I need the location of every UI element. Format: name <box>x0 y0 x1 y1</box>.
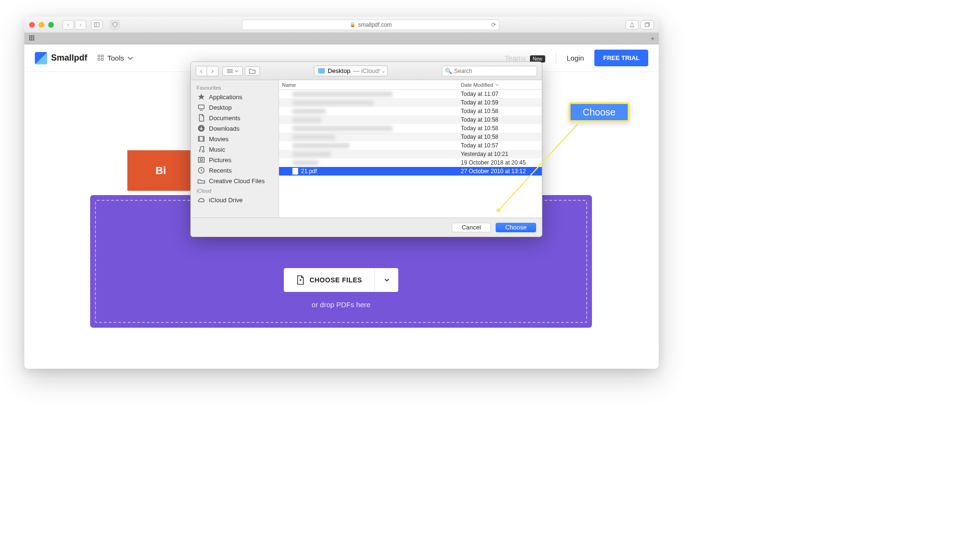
share-icon[interactable] <box>625 20 639 30</box>
sort-indicator-icon <box>495 83 499 87</box>
svg-rect-8 <box>198 105 204 109</box>
svg-rect-0 <box>94 22 100 27</box>
browser-nav: ‹ › <box>62 20 86 30</box>
dialog-footer: Cancel Choose <box>191 218 542 237</box>
file-row[interactable]: xxxx19 October 2018 at 20:45 <box>279 158 542 167</box>
sidebar-item-movies[interactable]: Movies <box>191 134 279 144</box>
sidebar-item-icloud-drive[interactable]: iCloud Drive <box>191 195 279 205</box>
folder-type-icon <box>197 93 205 101</box>
sidebar-item-applications[interactable]: Applications <box>191 92 279 102</box>
minimize-window-icon[interactable] <box>39 22 44 28</box>
folder-type-icon <box>197 156 205 164</box>
view-mode-button[interactable] <box>222 66 243 76</box>
folder-icon <box>318 68 325 73</box>
traffic-lights <box>29 22 54 28</box>
divider <box>556 53 556 63</box>
forward-button[interactable]: › <box>75 20 86 30</box>
location-selector[interactable]: Desktop — iCloud ⌃⌄ <box>314 65 388 76</box>
url-host: smallpdf.com <box>358 21 392 28</box>
tools-grid-icon <box>98 55 104 62</box>
file-row[interactable]: xxxxYesterday at 10:21 <box>279 150 542 158</box>
lightbulb-icon <box>160 368 177 369</box>
dialog-sidebar: Favourites ApplicationsDesktopDocumentsD… <box>191 80 279 218</box>
chevron-down-icon <box>127 55 134 62</box>
sidebar-item-recents[interactable]: Recents <box>191 165 279 176</box>
col-date[interactable]: Date Modified <box>461 80 542 89</box>
tab-bar: ＋ <box>24 33 659 44</box>
folder-type-icon <box>197 166 205 174</box>
file-row[interactable]: xxxxToday at 10:59 <box>279 98 542 107</box>
folder-type-icon <box>197 104 205 111</box>
file-row[interactable]: xxxxToday at 11:07 <box>279 90 542 98</box>
svg-point-15 <box>200 159 203 161</box>
favourites-heading: Favourites <box>191 83 279 92</box>
sidebar-item-music[interactable]: Music <box>191 144 279 155</box>
col-name[interactable]: Name <box>279 80 461 89</box>
award-icon <box>333 368 350 369</box>
list-view-icon <box>227 69 233 73</box>
feature-icons <box>24 368 659 369</box>
search-input[interactable] <box>454 68 534 74</box>
grouping-button[interactable] <box>245 66 260 76</box>
dialog-back-button[interactable]: ‹ <box>196 66 207 76</box>
lock-icon: 🔒 <box>350 22 355 27</box>
chevron-down-icon <box>384 277 390 283</box>
folder-icon <box>249 68 256 74</box>
chevron-updown-icon: ⌃⌄ <box>378 69 385 73</box>
sidebar-item-downloads[interactable]: Downloads <box>191 123 279 134</box>
file-row[interactable]: xxxxToday at 10:58 <box>279 133 542 141</box>
choose-button[interactable]: Choose <box>496 223 536 232</box>
folder-type-icon <box>197 177 205 185</box>
file-picker-dialog: ‹ › Desktop — iCloud ⌃⌄ 🔍 <box>190 62 542 237</box>
svg-rect-2 <box>645 23 649 27</box>
file-list: Name Date Modified xxxxToday at 11:07xxx… <box>279 80 542 218</box>
tools-menu[interactable]: Tools <box>98 54 134 62</box>
address-bar[interactable]: 🔒 smallpdf.com ⟳ <box>242 20 499 30</box>
folder-type-icon <box>197 114 205 122</box>
svg-rect-14 <box>198 157 204 162</box>
back-button[interactable]: ‹ <box>62 20 74 30</box>
choose-files-dropdown[interactable] <box>374 268 398 292</box>
logo-mark-icon <box>35 52 47 64</box>
file-row[interactable]: xxxxToday at 10:57 <box>279 141 542 150</box>
sidebar-item-pictures[interactable]: Pictures <box>191 155 279 165</box>
search-icon: 🔍 <box>445 68 452 74</box>
apps-grid-icon[interactable] <box>29 35 36 42</box>
file-list-header: Name Date Modified <box>279 80 542 90</box>
file-row[interactable]: xxxxToday at 10:58 <box>279 115 542 124</box>
cloud-icon <box>197 196 205 204</box>
sidebar-toggle-icon[interactable] <box>91 20 103 30</box>
callout-choose: Choose <box>569 102 630 122</box>
dialog-toolbar: ‹ › Desktop — iCloud ⌃⌄ 🔍 <box>191 62 542 80</box>
ad-block: Bi <box>127 150 194 191</box>
close-window-icon[interactable] <box>29 22 35 28</box>
maximize-window-icon[interactable] <box>48 22 54 28</box>
file-row[interactable]: xxxxToday at 10:58 <box>279 107 542 115</box>
teams-link[interactable]: Teamsams New <box>505 54 545 62</box>
folder-type-icon <box>197 135 205 143</box>
dialog-search[interactable]: 🔍 <box>442 66 537 76</box>
sidebar-item-creative-cloud-files[interactable]: Creative Cloud Files <box>191 176 279 186</box>
new-tab-button[interactable]: ＋ <box>649 34 656 43</box>
logo-text: Smallpdf <box>51 53 87 63</box>
titlebar: ‹ › 🔒 smallpdf.com ⟳ <box>24 17 659 33</box>
sidebar-item-desktop[interactable]: Desktop <box>191 102 279 113</box>
login-link[interactable]: Login <box>567 54 584 62</box>
icloud-heading: iCloud <box>191 186 279 195</box>
choose-files-button[interactable]: CHOOSE FILES <box>284 268 374 292</box>
free-trial-button[interactable]: FREE TRIAL <box>594 50 648 66</box>
file-row[interactable]: 21.pdf27 October 2010 at 13:12 <box>279 167 542 176</box>
file-row[interactable]: xxxxToday at 10:58 <box>279 124 542 133</box>
file-icon <box>292 168 298 175</box>
folder-type-icon <box>197 145 205 153</box>
browser-window: ‹ › 🔒 smallpdf.com ⟳ ＋ S <box>24 17 659 369</box>
dialog-forward-button[interactable]: › <box>207 66 218 76</box>
cancel-button[interactable]: Cancel <box>452 223 491 232</box>
tabs-icon[interactable] <box>641 20 654 30</box>
logo[interactable]: Smallpdf <box>35 52 87 64</box>
file-icon <box>296 275 305 285</box>
privacy-shield-icon[interactable] <box>110 20 120 30</box>
sidebar-item-documents[interactable]: Documents <box>191 113 279 123</box>
drop-hint: or drop PDFs here <box>311 301 370 309</box>
reload-icon[interactable]: ⟳ <box>491 21 496 28</box>
